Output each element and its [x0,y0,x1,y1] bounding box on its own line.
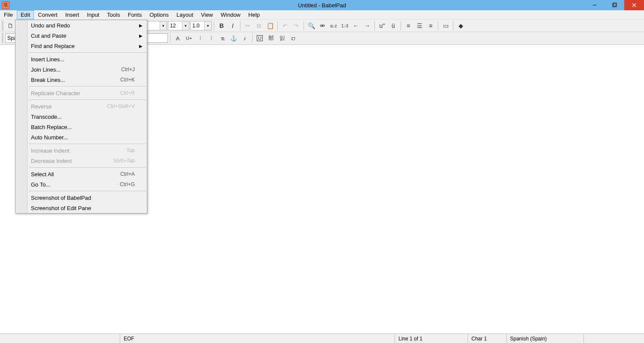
maximize-button[interactable] [605,0,624,10]
menu-fonts[interactable]: Fonts [124,10,146,19]
sort-num-icon[interactable]: 1↓3 [340,21,350,31]
menu-window[interactable]: Window [217,10,244,19]
u-plus-icon[interactable]: U+ [184,33,194,43]
menu-item-batch-replace[interactable]: Batch Replace... [15,122,147,132]
menu-insert[interactable]: Insert [61,10,83,19]
menu-item-label: Cut and Paste [31,33,66,39]
status-cell-empty [0,334,120,343]
chevron-down-icon: ▾ [182,21,189,30]
title-bar: 琪 Untitled - BabelPad [0,0,644,10]
language-combo[interactable]: Spa [5,33,16,43]
menu-item-screenshot-of-babelpad[interactable]: Screenshot of BabelPad [15,193,147,203]
menu-item-join-lines[interactable]: Join Lines...Ctrl+J [15,64,147,75]
menu-item-break-lines[interactable]: Break Lines...Ctrl+K [15,75,147,85]
menu-separator [29,86,146,87]
cjk-icon-2[interactable]: 읽 [277,33,287,43]
menu-item-shortcut: Ctrl+R [120,90,135,96]
menu-item-label: Go To... [31,181,50,188]
yi-icon[interactable]: ꀀ [288,33,298,43]
menu-separator [29,99,146,100]
menu-layout[interactable]: Layout [173,10,197,19]
arrow-left-icon[interactable]: ← [351,21,361,31]
new-file-icon[interactable]: 🗋 [5,21,15,31]
menu-item-shortcut: Ctrl+K [120,77,135,83]
paste-icon[interactable]: 📋 [265,21,275,31]
chevron-right-icon: ▶ [139,44,143,48]
app-icon: 琪 [2,1,9,9]
menu-separator [29,144,146,144]
undo-icon[interactable]: ↶ [280,21,290,31]
copy-icon[interactable]: ⧉ [254,21,264,31]
menu-item-label: Screenshot of Edit Pane [31,205,91,211]
cut-icon[interactable]: ✂ [243,21,253,31]
menu-item-shortcut: Tab [127,147,135,153]
italic-button[interactable]: I [228,21,238,31]
menu-convert[interactable]: Convert [34,10,61,19]
menu-item-insert-lines[interactable]: Insert Lines... [15,54,147,64]
menu-item-label: Undo and Redo [31,22,70,29]
find-icon[interactable]: 🔍 [306,21,316,31]
status-cell-lang: Spanish (Spain) [507,334,584,343]
u-boxed-icon[interactable]: U [255,33,265,43]
menu-separator [29,191,146,191]
line-spacing-combo[interactable]: 1.0 ▾ [190,21,212,30]
menu-item-undo-and-redo[interactable]: Undo and Redo▶ [15,20,147,30]
font-size-combo[interactable]: 12 ▾ [168,21,189,30]
menu-item-shortcut: Shift+Tab [113,158,135,164]
menu-item-label: Break Lines... [31,77,65,83]
close-button[interactable] [624,0,644,10]
menu-item-label: Replicate Character [31,90,80,96]
pi-icon[interactable]: ℼ [217,33,228,43]
menu-item-select-all[interactable]: Select AllCtrl+A [15,169,147,179]
menu-separator [29,167,146,168]
status-bar: EOF Line 1 of 1 Char 1 Spanish (Spain) [0,334,644,343]
menu-help[interactable]: Help [244,10,264,19]
redo-icon[interactable]: ↷ [291,21,301,31]
menu-item-shortcut: Ctrl+G [120,181,135,187]
toolbar-grip[interactable] [2,21,3,30]
menu-input[interactable]: Input [83,10,103,19]
brackets-left-icon[interactable]: ⸽ [195,33,205,43]
note-icon[interactable]: ♪ [240,33,250,43]
menu-item-decrease-indent: Decrease IndentShift+Tab [15,156,147,166]
align-center-icon[interactable]: ☰ [414,21,425,31]
align-left-icon[interactable]: ≡ [403,21,413,31]
menu-item-transcode[interactable]: Transcode... [15,111,147,122]
align-right-icon[interactable]: ≡ [425,21,436,31]
arrow-right-icon[interactable]: → [362,21,372,31]
u-umlaut-icon[interactable]: ü [388,21,398,31]
menu-item-cut-and-paste[interactable]: Cut and Paste▶ [15,30,147,41]
replace-icon[interactable]: ⚮ [317,21,328,31]
menu-item-label: Reverse [31,103,52,110]
svg-rect-1 [613,3,616,7]
window-controls [585,0,644,10]
chevron-right-icon: ▶ [139,23,143,28]
sort-asc-icon[interactable]: a↓z [328,21,339,31]
menu-tools[interactable]: Tools [103,10,124,19]
menu-item-auto-number[interactable]: Auto Number... [15,132,147,142]
eraser-icon[interactable]: ◆ [456,21,466,31]
menu-item-find-and-replace[interactable]: Find and Replace▶ [15,41,147,51]
menu-item-label: Auto Number... [31,134,68,141]
menu-item-label: Decrease Indent [31,158,72,164]
menu-item-screenshot-of-edit-pane[interactable]: Screenshot of Edit Pane [15,203,147,213]
menu-options[interactable]: Options [146,10,173,19]
char-a-icon[interactable]: A [173,33,183,43]
u-quote-icon[interactable]: u" [377,21,387,31]
status-cell-line: Line 1 of 1 [395,334,468,343]
brackets-right-icon[interactable]: ⸽ [206,33,216,43]
toolbar-grip[interactable] [2,33,3,43]
menu-edit[interactable]: Edit [17,10,34,19]
anchor-icon[interactable]: ⚓ [228,33,239,43]
page-icon[interactable]: ▭ [440,21,451,31]
status-cell-char: Char 1 [468,334,507,343]
chevron-down-icon: ▾ [160,21,167,30]
bold-button[interactable]: B [216,21,227,31]
minimize-button[interactable] [585,0,605,10]
menu-view[interactable]: View [197,10,217,19]
menu-item-shortcut: Ctrl+Shift+V [107,103,135,109]
menu-item-go-to[interactable]: Go To...Ctrl+G [15,179,147,190]
menu-file[interactable]: File [0,10,17,19]
menu-item-label: Join Lines... [31,66,61,73]
cjk-icon-1[interactable]: 部 [266,33,276,43]
